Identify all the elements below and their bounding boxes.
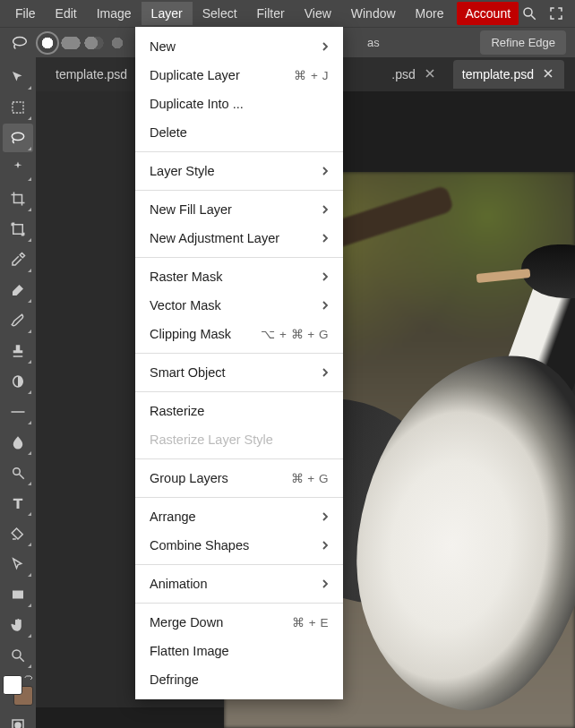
tool-gradient[interactable] bbox=[3, 367, 33, 396]
menu-bar: File Edit Image Layer Select Filter View… bbox=[0, 0, 575, 27]
menu-item-delete[interactable]: Delete bbox=[135, 118, 343, 147]
menu-separator bbox=[135, 603, 343, 604]
tool-brush[interactable] bbox=[3, 306, 33, 335]
antialias-label-fragment: as bbox=[367, 36, 380, 49]
selection-add-icon[interactable] bbox=[61, 33, 81, 53]
menu-item-new-adjustment-layer[interactable]: New Adjustment Layer bbox=[135, 224, 343, 253]
menu-item-label: Flatten Image bbox=[150, 644, 229, 658]
menu-item-clipping-mask[interactable]: Clipping Mask⌥ + ⌘ + G bbox=[135, 320, 343, 348]
tool-hand[interactable] bbox=[3, 611, 33, 639]
menu-item-layer-style[interactable]: Layer Style bbox=[135, 157, 343, 185]
menu-item-label: New Fill Layer bbox=[150, 202, 232, 217]
menu-image[interactable]: Image bbox=[87, 2, 142, 25]
chevron-right-icon bbox=[322, 511, 329, 522]
menu-item-merge-down[interactable]: Merge Down⌘ + E bbox=[135, 608, 343, 637]
tool-sharpen[interactable] bbox=[3, 458, 33, 487]
svg-line-1 bbox=[531, 15, 536, 20]
svg-rect-6 bbox=[12, 411, 25, 413]
tool-pen[interactable] bbox=[3, 519, 33, 548]
tool-type[interactable] bbox=[3, 489, 33, 518]
menu-item-label: Duplicate Into ... bbox=[150, 97, 244, 111]
tool-marquee[interactable] bbox=[3, 93, 33, 122]
search-icon[interactable] bbox=[521, 5, 537, 21]
selection-subtract-icon[interactable] bbox=[84, 33, 104, 53]
menu-item-new-fill-layer[interactable]: New Fill Layer bbox=[135, 195, 343, 224]
tool-rectangle[interactable] bbox=[3, 580, 33, 609]
menu-item-shortcut: ⌥ + ⌘ + G bbox=[261, 327, 329, 341]
menu-item-shortcut: ⌘ + J bbox=[294, 68, 329, 82]
refine-edge-button[interactable]: Refine Edge bbox=[480, 30, 566, 55]
selection-new-icon[interactable] bbox=[38, 33, 57, 53]
menu-layer[interactable]: Layer bbox=[142, 2, 193, 25]
tool-eyedropper[interactable] bbox=[3, 245, 33, 274]
tool-eraser[interactable] bbox=[3, 276, 33, 304]
foreground-color-swatch[interactable] bbox=[3, 675, 22, 695]
tab-1[interactable]: .psd bbox=[382, 60, 445, 89]
tool-crop[interactable] bbox=[3, 184, 33, 213]
tab-0[interactable]: template.psd bbox=[47, 60, 136, 89]
tool-transform[interactable] bbox=[3, 215, 33, 244]
menu-file[interactable]: File bbox=[5, 2, 46, 25]
fullscreen-icon[interactable] bbox=[548, 5, 564, 21]
menu-item-rasterize[interactable]: Rasterize bbox=[135, 397, 343, 425]
svg-line-10 bbox=[20, 657, 24, 662]
menu-item-label: Raster Mask bbox=[150, 270, 222, 284]
menu-item-defringe[interactable]: Defringe bbox=[135, 665, 343, 694]
chevron-right-icon bbox=[322, 233, 329, 244]
menu-item-animation[interactable]: Animation bbox=[135, 570, 343, 598]
menu-select[interactable]: Select bbox=[193, 2, 247, 25]
color-swatches[interactable] bbox=[3, 675, 33, 706]
tool-dash[interactable] bbox=[3, 398, 33, 426]
menu-separator bbox=[135, 458, 343, 459]
tool-stamp[interactable] bbox=[3, 337, 33, 365]
menu-item-label: Arrange bbox=[150, 510, 196, 524]
menu-item-shortcut: ⌘ + G bbox=[291, 471, 329, 485]
menu-item-arrange[interactable]: Arrange bbox=[135, 502, 343, 531]
menu-separator bbox=[135, 257, 343, 258]
lasso-mode-icon[interactable] bbox=[9, 32, 30, 54]
close-icon[interactable] bbox=[425, 68, 437, 81]
menu-filter[interactable]: Filter bbox=[247, 2, 295, 25]
menu-item-vector-mask[interactable]: Vector Mask bbox=[135, 291, 343, 320]
menu-separator bbox=[135, 391, 343, 392]
svg-rect-8 bbox=[13, 591, 23, 599]
menu-item-label: Rasterize bbox=[150, 404, 204, 418]
menu-account[interactable]: Account bbox=[457, 2, 519, 25]
menu-item-label: Smart Object bbox=[150, 365, 226, 380]
chevron-right-icon bbox=[322, 300, 329, 311]
menu-more[interactable]: More bbox=[406, 2, 454, 25]
svg-point-4 bbox=[12, 133, 23, 140]
svg-point-2 bbox=[13, 37, 27, 45]
menu-item-combine-shapes[interactable]: Combine Shapes bbox=[135, 531, 343, 560]
menu-edit[interactable]: Edit bbox=[46, 2, 87, 25]
menu-window[interactable]: Window bbox=[341, 2, 406, 25]
tool-magic-wand[interactable] bbox=[3, 154, 33, 183]
tool-quickmask[interactable] bbox=[3, 711, 33, 728]
swap-colors-icon[interactable] bbox=[24, 675, 33, 684]
menu-item-smart-object[interactable]: Smart Object bbox=[135, 358, 343, 387]
tool-move[interactable] bbox=[3, 63, 33, 91]
tab-2[interactable]: template.psd bbox=[453, 60, 564, 89]
chevron-right-icon bbox=[322, 41, 329, 52]
tool-path-select[interactable] bbox=[3, 550, 33, 578]
menu-item-rasterize-layer-style: Rasterize Layer Style bbox=[135, 425, 343, 454]
close-icon[interactable] bbox=[543, 68, 555, 81]
selection-intersect-icon[interactable] bbox=[107, 33, 127, 53]
menu-separator bbox=[135, 190, 343, 191]
menu-item-flatten-image[interactable]: Flatten Image bbox=[135, 637, 343, 665]
tool-lasso[interactable] bbox=[3, 124, 33, 152]
svg-point-7 bbox=[13, 468, 21, 475]
menu-item-label: Layer Style bbox=[150, 164, 215, 178]
menu-item-label: Defringe bbox=[150, 672, 199, 687]
menu-item-duplicate-layer[interactable]: Duplicate Layer⌘ + J bbox=[135, 61, 343, 90]
chevron-right-icon bbox=[322, 540, 329, 551]
menu-item-raster-mask[interactable]: Raster Mask bbox=[135, 262, 343, 291]
menu-item-group-layers[interactable]: Group Layers⌘ + G bbox=[135, 464, 343, 492]
tool-blur[interactable] bbox=[3, 428, 33, 457]
menu-item-duplicate-into[interactable]: Duplicate Into ... bbox=[135, 90, 343, 118]
menu-item-new[interactable]: New bbox=[135, 32, 343, 61]
menu-separator bbox=[135, 353, 343, 354]
menu-item-label: New Adjustment Layer bbox=[150, 231, 279, 245]
tool-zoom[interactable] bbox=[3, 641, 33, 670]
menu-view[interactable]: View bbox=[295, 2, 341, 25]
